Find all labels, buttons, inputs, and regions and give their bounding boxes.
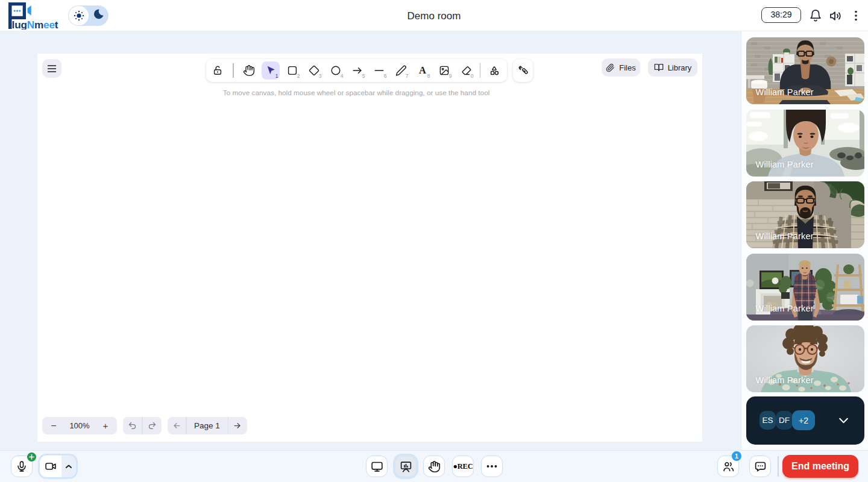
svg-text:A: A — [419, 64, 426, 76]
